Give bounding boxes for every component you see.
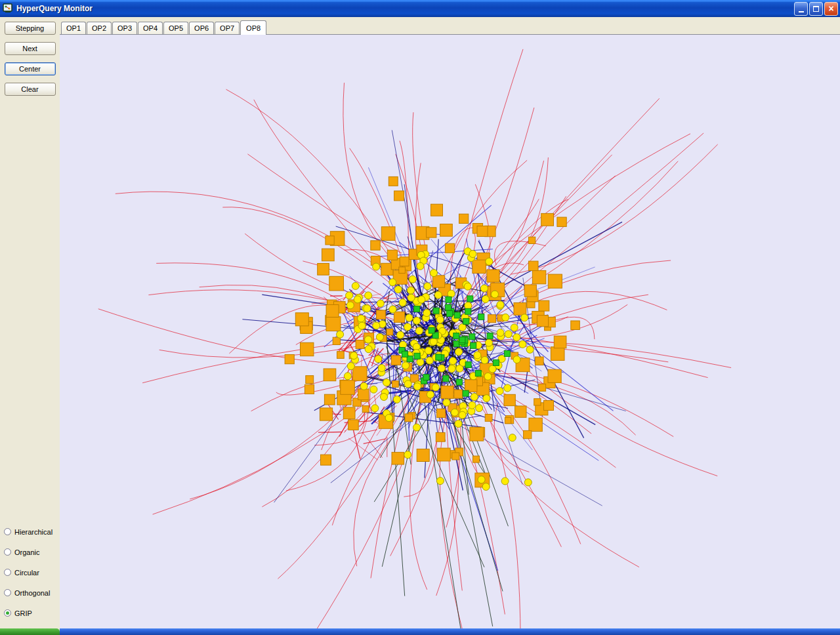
- radio-circular[interactable]: Circular: [4, 562, 52, 583]
- tab-op5[interactable]: OP5: [163, 22, 188, 34]
- start-button-edge[interactable]: [0, 628, 60, 635]
- tabstrip: OP1 OP2 OP3 OP4 OP5 OP6 OP7 OP8: [60, 17, 840, 34]
- radio-button-icon[interactable]: [4, 589, 11, 596]
- clear-button[interactable]: Clear: [5, 83, 56, 96]
- maximize-icon: [813, 6, 819, 12]
- app-icon: [3, 3, 14, 14]
- main-area: OP1 OP2 OP3 OP4 OP5 OP6 OP7 OP8: [60, 17, 840, 628]
- network-graph: [60, 35, 840, 628]
- next-button[interactable]: Next: [5, 42, 56, 55]
- radio-orthogonal[interactable]: Orthogonal: [4, 583, 52, 603]
- radio-button-icon[interactable]: [4, 528, 11, 535]
- radio-button-icon[interactable]: [4, 548, 11, 556]
- radio-organic[interactable]: Organic: [4, 542, 52, 562]
- tab-op4[interactable]: OP4: [138, 22, 163, 34]
- stepping-button[interactable]: Stepping: [5, 22, 56, 35]
- center-button[interactable]: Center: [5, 62, 56, 75]
- maximize-button[interactable]: [809, 2, 823, 16]
- titlebar: HyperQuery Monitor ×: [0, 0, 840, 17]
- layout-options-group: Hierarchical Organic Circular Orthogonal…: [4, 522, 52, 623]
- radio-label: GRIP: [14, 609, 32, 617]
- tab-op2[interactable]: OP2: [87, 22, 112, 34]
- radio-label: Organic: [14, 548, 40, 556]
- tab-op1[interactable]: OP1: [61, 22, 86, 34]
- window-title: HyperQuery Monitor: [16, 4, 794, 13]
- close-button[interactable]: ×: [824, 2, 838, 16]
- left-panel: Stepping Next Center Clear Hierarchical …: [0, 17, 60, 628]
- minimize-icon: [799, 7, 804, 12]
- tab-op8[interactable]: OP8: [240, 20, 266, 35]
- graph-canvas[interactable]: [60, 34, 840, 628]
- taskbar-edge: [60, 628, 840, 635]
- radio-label: Hierarchical: [14, 528, 52, 536]
- radio-label: Orthogonal: [14, 589, 50, 597]
- radio-grip[interactable]: GRIP: [4, 603, 52, 623]
- radio-hierarchical[interactable]: Hierarchical: [4, 522, 52, 542]
- radio-button-selected-icon[interactable]: [4, 609, 11, 617]
- tab-op3[interactable]: OP3: [112, 22, 137, 34]
- radio-label: Circular: [14, 569, 39, 577]
- close-icon: ×: [828, 4, 833, 13]
- tab-op7[interactable]: OP7: [215, 22, 240, 34]
- tab-op6[interactable]: OP6: [189, 22, 214, 34]
- taskbar-sliver: [0, 628, 840, 635]
- minimize-button[interactable]: [794, 2, 808, 16]
- radio-button-icon[interactable]: [4, 569, 11, 576]
